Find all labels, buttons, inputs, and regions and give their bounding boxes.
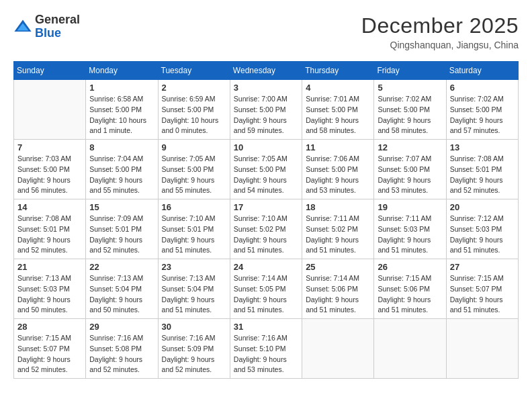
day-number: 25: [306, 262, 370, 272]
weekday-header: Friday: [374, 62, 446, 80]
day-info: Sunrise: 7:15 AMSunset: 5:06 PMDaylight:…: [378, 273, 442, 316]
calendar-cell: 2Sunrise: 6:59 AMSunset: 5:00 PMDaylight…: [158, 80, 230, 140]
day-number: 7: [17, 142, 82, 152]
day-number: 31: [234, 322, 298, 332]
calendar-cell: 13Sunrise: 7:08 AMSunset: 5:01 PMDayligh…: [446, 140, 518, 199]
day-info: Sunrise: 7:05 AMSunset: 5:00 PMDaylight:…: [234, 154, 298, 196]
title-block: December 2025 Qingshanquan, Jiangsu, Chi…: [361, 13, 519, 50]
calendar-cell: 28Sunrise: 7:15 AMSunset: 5:07 PMDayligh…: [14, 319, 86, 379]
day-number: 23: [162, 262, 226, 272]
day-number: 10: [234, 142, 298, 152]
calendar-cell: 12Sunrise: 7:07 AMSunset: 5:00 PMDayligh…: [374, 140, 446, 199]
day-info: Sunrise: 7:08 AMSunset: 5:01 PMDaylight:…: [17, 214, 82, 256]
day-number: 17: [234, 202, 298, 212]
calendar-cell: 6Sunrise: 7:02 AMSunset: 5:00 PMDaylight…: [446, 80, 518, 140]
calendar-cell: [446, 319, 518, 379]
calendar-cell: 22Sunrise: 7:13 AMSunset: 5:04 PMDayligh…: [86, 259, 158, 319]
calendar-cell: 21Sunrise: 7:13 AMSunset: 5:03 PMDayligh…: [14, 259, 86, 319]
day-info: Sunrise: 7:02 AMSunset: 5:00 PMDaylight:…: [450, 94, 515, 136]
day-number: 9: [162, 142, 226, 152]
day-info: Sunrise: 7:15 AMSunset: 5:07 PMDaylight:…: [450, 273, 515, 316]
day-number: 20: [450, 202, 515, 212]
calendar-cell: 27Sunrise: 7:15 AMSunset: 5:07 PMDayligh…: [446, 259, 518, 319]
calendar-cell: 10Sunrise: 7:05 AMSunset: 5:00 PMDayligh…: [230, 140, 302, 199]
day-info: Sunrise: 7:04 AMSunset: 5:00 PMDaylight:…: [89, 154, 154, 196]
month-title: December 2025: [361, 13, 519, 38]
day-info: Sunrise: 7:11 AMSunset: 5:02 PMDaylight:…: [306, 214, 370, 256]
day-info: Sunrise: 7:05 AMSunset: 5:00 PMDaylight:…: [162, 154, 226, 196]
calendar-cell: 11Sunrise: 7:06 AMSunset: 5:00 PMDayligh…: [302, 140, 374, 199]
weekday-header: Saturday: [446, 62, 518, 80]
day-number: 15: [89, 202, 154, 212]
day-info: Sunrise: 7:13 AMSunset: 5:03 PMDaylight:…: [17, 273, 82, 316]
weekday-header: Tuesday: [158, 62, 230, 80]
day-number: 1: [89, 83, 154, 93]
day-number: 28: [17, 322, 82, 332]
day-info: Sunrise: 6:59 AMSunset: 5:00 PMDaylight:…: [162, 94, 226, 136]
day-number: 14: [17, 202, 82, 212]
day-number: 21: [17, 262, 82, 272]
day-info: Sunrise: 7:16 AMSunset: 5:09 PMDaylight:…: [162, 333, 226, 375]
day-number: 26: [378, 262, 442, 272]
calendar-cell: 15Sunrise: 7:09 AMSunset: 5:01 PMDayligh…: [86, 199, 158, 259]
logo-icon: [13, 17, 32, 36]
calendar-header-row: SundayMondayTuesdayWednesdayThursdayFrid…: [14, 62, 519, 80]
day-info: Sunrise: 7:09 AMSunset: 5:01 PMDaylight:…: [89, 214, 154, 256]
weekday-header: Monday: [86, 62, 158, 80]
day-number: 4: [306, 83, 370, 93]
calendar-table: SundayMondayTuesdayWednesdayThursdayFrid…: [13, 61, 519, 379]
day-info: Sunrise: 7:13 AMSunset: 5:04 PMDaylight:…: [89, 273, 154, 316]
calendar-cell: 18Sunrise: 7:11 AMSunset: 5:02 PMDayligh…: [302, 199, 374, 259]
calendar-cell: 30Sunrise: 7:16 AMSunset: 5:09 PMDayligh…: [158, 319, 230, 379]
logo-general: General: [35, 13, 80, 27]
logo: General Blue: [13, 13, 80, 40]
calendar-cell: 7Sunrise: 7:03 AMSunset: 5:00 PMDaylight…: [14, 140, 86, 199]
day-number: 27: [450, 262, 515, 272]
calendar-week-row: 28Sunrise: 7:15 AMSunset: 5:07 PMDayligh…: [14, 319, 519, 379]
calendar-cell: 31Sunrise: 7:16 AMSunset: 5:10 PMDayligh…: [230, 319, 302, 379]
calendar-week-row: 14Sunrise: 7:08 AMSunset: 5:01 PMDayligh…: [14, 199, 519, 259]
calendar-cell: 8Sunrise: 7:04 AMSunset: 5:00 PMDaylight…: [86, 140, 158, 199]
day-info: Sunrise: 7:13 AMSunset: 5:04 PMDaylight:…: [162, 273, 226, 316]
calendar-cell: 26Sunrise: 7:15 AMSunset: 5:06 PMDayligh…: [374, 259, 446, 319]
day-number: 22: [89, 262, 154, 272]
day-number: 13: [450, 142, 515, 152]
day-info: Sunrise: 6:58 AMSunset: 5:00 PMDaylight:…: [89, 94, 154, 136]
day-number: 3: [234, 83, 298, 93]
calendar-cell: [302, 319, 374, 379]
calendar-cell: [14, 80, 86, 140]
calendar-cell: 9Sunrise: 7:05 AMSunset: 5:00 PMDaylight…: [158, 140, 230, 199]
calendar-cell: 20Sunrise: 7:12 AMSunset: 5:03 PMDayligh…: [446, 199, 518, 259]
day-number: 18: [306, 202, 370, 212]
day-info: Sunrise: 7:01 AMSunset: 5:00 PMDaylight:…: [306, 94, 370, 136]
calendar-cell: 5Sunrise: 7:02 AMSunset: 5:00 PMDaylight…: [374, 80, 446, 140]
page-header: General Blue December 2025 Qingshanquan,…: [13, 13, 519, 50]
day-number: 5: [378, 83, 442, 93]
weekday-header: Sunday: [14, 62, 86, 80]
day-info: Sunrise: 7:10 AMSunset: 5:01 PMDaylight:…: [162, 214, 226, 256]
calendar-cell: 24Sunrise: 7:14 AMSunset: 5:05 PMDayligh…: [230, 259, 302, 319]
weekday-header: Wednesday: [230, 62, 302, 80]
calendar-cell: 17Sunrise: 7:10 AMSunset: 5:02 PMDayligh…: [230, 199, 302, 259]
calendar-cell: 4Sunrise: 7:01 AMSunset: 5:00 PMDaylight…: [302, 80, 374, 140]
day-info: Sunrise: 7:16 AMSunset: 5:08 PMDaylight:…: [89, 333, 154, 375]
calendar-cell: 14Sunrise: 7:08 AMSunset: 5:01 PMDayligh…: [14, 199, 86, 259]
day-number: 24: [234, 262, 298, 272]
day-number: 8: [89, 142, 154, 152]
day-info: Sunrise: 7:02 AMSunset: 5:00 PMDaylight:…: [378, 94, 442, 136]
day-number: 2: [162, 83, 226, 93]
day-info: Sunrise: 7:00 AMSunset: 5:00 PMDaylight:…: [234, 94, 298, 136]
day-number: 11: [306, 142, 370, 152]
calendar-cell: 25Sunrise: 7:14 AMSunset: 5:06 PMDayligh…: [302, 259, 374, 319]
day-number: 29: [89, 322, 154, 332]
logo-blue: Blue: [35, 27, 80, 40]
calendar-cell: 29Sunrise: 7:16 AMSunset: 5:08 PMDayligh…: [86, 319, 158, 379]
day-info: Sunrise: 7:06 AMSunset: 5:00 PMDaylight:…: [306, 154, 370, 196]
day-number: 30: [162, 322, 226, 332]
day-info: Sunrise: 7:08 AMSunset: 5:01 PMDaylight:…: [450, 154, 515, 196]
day-info: Sunrise: 7:16 AMSunset: 5:10 PMDaylight:…: [234, 333, 298, 375]
day-info: Sunrise: 7:14 AMSunset: 5:05 PMDaylight:…: [234, 273, 298, 316]
location: Qingshanquan, Jiangsu, China: [361, 40, 519, 50]
calendar-week-row: 21Sunrise: 7:13 AMSunset: 5:03 PMDayligh…: [14, 259, 519, 319]
day-info: Sunrise: 7:10 AMSunset: 5:02 PMDaylight:…: [234, 214, 298, 256]
